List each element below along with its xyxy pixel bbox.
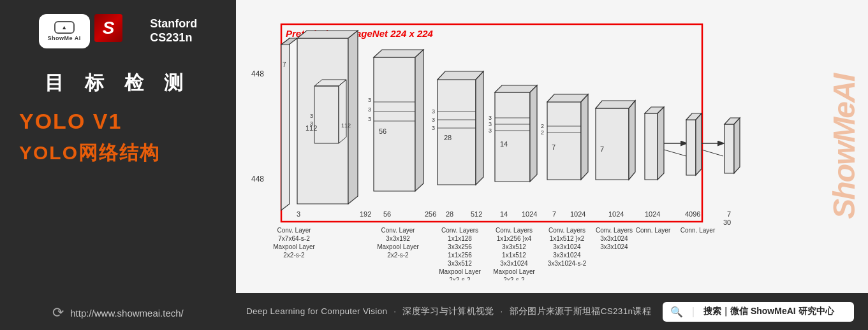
bottom-description: Deep Learning for Computer Vision · 深度学习… xyxy=(246,306,651,317)
svg-marker-65 xyxy=(596,108,629,180)
svg-text:512: 512 xyxy=(471,210,482,218)
svg-text:1x1x256: 1x1x256 xyxy=(448,252,472,259)
svg-text:2x2-s-2: 2x2-s-2 xyxy=(283,252,305,259)
svg-marker-8 xyxy=(297,31,358,38)
bottom-text2: 深度学习与计算机视觉 xyxy=(402,306,494,316)
stanford-text: Stanford CS231n xyxy=(150,17,197,45)
svg-text:7: 7 xyxy=(727,210,731,218)
svg-marker-9 xyxy=(348,31,358,204)
svg-text:Conv. Layers: Conv. Layers xyxy=(548,227,585,234)
svg-text:1024: 1024 xyxy=(608,210,624,218)
svg-text:1024: 1024 xyxy=(570,210,585,218)
stanford-line2: CS231n xyxy=(150,31,197,45)
svg-text:2x2-s-2: 2x2-s-2 xyxy=(387,252,409,259)
diagram-area: Pretraind on ImageNet 224 x 224 448 448 … xyxy=(236,0,868,293)
svg-text:3: 3 xyxy=(296,210,300,218)
search-icon: 🔍 xyxy=(670,306,683,318)
svg-text:28: 28 xyxy=(444,134,452,141)
svg-text:1024: 1024 xyxy=(645,210,660,218)
svg-marker-45 xyxy=(530,85,537,182)
svg-line-75 xyxy=(664,150,686,156)
svg-text:1024: 1024 xyxy=(522,210,537,218)
svg-text:7x7x64-s-2: 7x7x64-s-2 xyxy=(278,235,310,242)
svg-text:28: 28 xyxy=(446,210,453,218)
svg-marker-82 xyxy=(725,124,734,173)
nn-diagram-svg: Pretraind on ImageNet 224 x 224 448 448 … xyxy=(246,19,852,280)
svg-text:3x3x1024-s-2: 3x3x1024-s-2 xyxy=(547,260,586,267)
showmeai-text: ShowMe AI xyxy=(48,35,81,41)
search-divider: ｜ xyxy=(688,305,698,319)
svg-text:1x1x512: 1x1x512 xyxy=(502,252,526,259)
svg-marker-7 xyxy=(297,38,348,204)
svg-text:14: 14 xyxy=(500,140,508,148)
svg-text:Conn. Layer: Conn. Layer xyxy=(680,227,715,234)
svg-marker-55 xyxy=(547,102,581,180)
svg-marker-70 xyxy=(645,113,658,180)
svg-text:7: 7 xyxy=(552,143,555,151)
svg-text:1x1x128: 1x1x128 xyxy=(448,235,472,242)
svg-text:3: 3 xyxy=(368,116,371,122)
svg-marker-57 xyxy=(581,94,588,180)
svg-marker-43 xyxy=(495,92,530,182)
svg-text:3: 3 xyxy=(368,106,371,113)
svg-text:30: 30 xyxy=(723,219,731,226)
showmeai-icon xyxy=(54,21,75,34)
svg-marker-77 xyxy=(686,120,696,175)
website-row[interactable]: ⟳ http://www.showmeai.tech/ xyxy=(52,305,184,321)
svg-text:3x3x1024: 3x3x1024 xyxy=(600,235,628,242)
svg-text:56: 56 xyxy=(383,210,391,218)
svg-text:3: 3 xyxy=(310,113,313,119)
bottom-dot1: · xyxy=(394,306,396,316)
svg-text:3: 3 xyxy=(432,125,435,131)
showmeai-logo: ShowMe AI xyxy=(39,14,90,48)
svg-text:Conv. Layers: Conv. Layers xyxy=(495,227,532,234)
search-box[interactable]: 🔍 ｜ 搜索｜微信 ShowMeAI 研究中心 xyxy=(663,302,854,322)
svg-marker-67 xyxy=(629,101,635,180)
logo-row: ShowMe AI X S Stanford CS231n xyxy=(39,14,198,48)
svg-text:14: 14 xyxy=(500,210,508,218)
svg-text:3x3x1024: 3x3x1024 xyxy=(553,243,581,250)
svg-text:448: 448 xyxy=(251,175,264,183)
bottom-bar: Deep Learning for Computer Vision · 深度学习… xyxy=(236,293,868,330)
svg-text:3: 3 xyxy=(368,97,371,103)
main-content: Pretraind on ImageNet 224 x 224 448 448 … xyxy=(236,0,868,330)
svg-text:Conv. Layers: Conv. Layers xyxy=(441,227,478,234)
stanford-line1: Stanford xyxy=(150,17,197,31)
bottom-text3: 部分图片来源于斯坦福CS231n课程 xyxy=(510,306,651,316)
svg-text:Maxpool Layer: Maxpool Layer xyxy=(377,243,419,250)
svg-text:3x3x512: 3x3x512 xyxy=(502,243,526,250)
svg-text:Conn. Layer: Conn. Layer xyxy=(635,227,670,234)
svg-text:3x3x1024: 3x3x1024 xyxy=(600,243,628,250)
svg-marker-19 xyxy=(374,57,415,191)
svg-text:3x3x1024: 3x3x1024 xyxy=(500,260,528,267)
svg-text:3x3x192: 3x3x192 xyxy=(386,235,410,242)
svg-marker-66 xyxy=(596,101,635,108)
svg-marker-5 xyxy=(281,38,297,45)
svg-text:3: 3 xyxy=(310,120,313,127)
svg-text:Conv. Layer: Conv. Layer xyxy=(277,227,311,234)
svg-line-81 xyxy=(702,150,723,156)
svg-text:Maxpool Layer: Maxpool Layer xyxy=(273,243,315,250)
svg-text:2: 2 xyxy=(541,129,544,136)
svg-text:Maxpool Layer: Maxpool Layer xyxy=(493,268,535,275)
svg-text:1x1x256  }x4: 1x1x256 }x4 xyxy=(496,235,531,242)
svg-text:7: 7 xyxy=(283,61,286,68)
sidebar: ShowMe AI X S Stanford CS231n 目 标 检 测 YO… xyxy=(0,0,236,330)
bottom-dot2: · xyxy=(501,306,503,316)
svg-text:4096: 4096 xyxy=(685,210,700,218)
svg-text:1x1x512  }x2: 1x1x512 }x2 xyxy=(549,235,584,242)
svg-text:7: 7 xyxy=(600,145,604,153)
svg-text:112: 112 xyxy=(341,122,351,129)
svg-text:3x3x512: 3x3x512 xyxy=(448,260,472,267)
svg-text:Maxpool Layer: Maxpool Layer xyxy=(439,268,481,275)
svg-marker-72 xyxy=(658,107,664,180)
svg-marker-84 xyxy=(734,118,740,173)
svg-text:3: 3 xyxy=(432,117,435,123)
svg-text:3: 3 xyxy=(489,115,492,121)
stanford-s-logo: S xyxy=(94,14,122,42)
svg-text:256: 256 xyxy=(425,210,436,218)
svg-text:448: 448 xyxy=(251,69,264,78)
svg-text:Conv. Layers: Conv. Layers xyxy=(595,227,632,234)
watermark-text: ShowMeAI xyxy=(827,75,862,219)
svg-text:7: 7 xyxy=(552,210,556,218)
